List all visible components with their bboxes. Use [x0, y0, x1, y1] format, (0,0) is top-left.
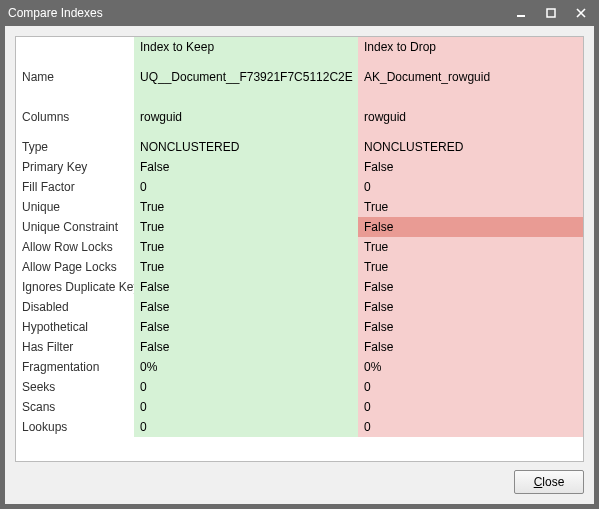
row-label: Disabled: [16, 297, 134, 317]
header-drop: Index to Drop: [358, 37, 583, 57]
row-label: Ignores Duplicate Keys: [16, 277, 134, 297]
row-keep-value: NONCLUSTERED: [134, 137, 358, 157]
row-drop-value: False: [358, 317, 583, 337]
row-drop-value: True: [358, 237, 583, 257]
svg-rect-0: [517, 15, 525, 17]
close-button-rest: lose: [542, 475, 564, 489]
header-row: Index to KeepIndex to Drop: [16, 37, 583, 57]
row-drop-value: False: [358, 337, 583, 357]
row-keep-value: False: [134, 157, 358, 177]
row-keep-value: rowguid: [134, 97, 358, 137]
row-keep-value: True: [134, 217, 358, 237]
close-window-button[interactable]: [567, 3, 595, 23]
table-row: NameUQ__Document__F73921F7C5112C2EAK_Doc…: [16, 57, 583, 97]
row-drop-value: True: [358, 257, 583, 277]
row-drop-value: AK_Document_rowguid: [358, 57, 583, 97]
row-keep-value: False: [134, 297, 358, 317]
table-row: Allow Row LocksTrueTrue: [16, 237, 583, 257]
row-keep-value: 0%: [134, 357, 358, 377]
row-label: Fragmentation: [16, 357, 134, 377]
table-row: Has FilterFalseFalse: [16, 337, 583, 357]
row-drop-value: False: [358, 277, 583, 297]
row-drop-value: 0: [358, 397, 583, 417]
table-row: UniqueTrueTrue: [16, 197, 583, 217]
compare-indexes-window: Compare Indexes Index to KeepIndex to Dr…: [0, 0, 599, 509]
row-label: Primary Key: [16, 157, 134, 177]
svg-rect-1: [547, 9, 555, 17]
row-label: Unique: [16, 197, 134, 217]
row-drop-value: True: [358, 197, 583, 217]
dialog-buttons: Close: [15, 462, 584, 494]
table-row: Allow Page LocksTrueTrue: [16, 257, 583, 277]
row-keep-value: True: [134, 237, 358, 257]
row-drop-value: False: [358, 157, 583, 177]
table-row: Fragmentation0%0%: [16, 357, 583, 377]
row-keep-value: True: [134, 197, 358, 217]
row-label: Unique Constraint: [16, 217, 134, 237]
row-drop-value: rowguid: [358, 97, 583, 137]
row-drop-value: 0: [358, 177, 583, 197]
close-icon: [576, 8, 586, 18]
row-keep-value: True: [134, 257, 358, 277]
row-label: Name: [16, 57, 134, 97]
row-label: Fill Factor: [16, 177, 134, 197]
maximize-icon: [546, 8, 556, 18]
row-keep-value: False: [134, 337, 358, 357]
row-label: Hypothetical: [16, 317, 134, 337]
table-row: Unique ConstraintTrueFalse: [16, 217, 583, 237]
row-drop-value: 0: [358, 417, 583, 437]
table-row: Fill Factor00: [16, 177, 583, 197]
row-label: Has Filter: [16, 337, 134, 357]
table-row: Seeks00: [16, 377, 583, 397]
header-keep: Index to Keep: [134, 37, 358, 57]
row-keep-value: 0: [134, 397, 358, 417]
window-title: Compare Indexes: [8, 6, 505, 20]
row-label: Scans: [16, 397, 134, 417]
close-button[interactable]: Close: [514, 470, 584, 494]
row-keep-value: 0: [134, 377, 358, 397]
row-keep-value: False: [134, 277, 358, 297]
maximize-button[interactable]: [537, 3, 565, 23]
header-blank: [16, 37, 134, 57]
row-drop-value-diff: False: [358, 217, 583, 237]
row-label: Lookups: [16, 417, 134, 437]
compare-grid-frame: Index to KeepIndex to DropNameUQ__Docume…: [15, 36, 584, 462]
table-row: Primary KeyFalseFalse: [16, 157, 583, 177]
titlebar: Compare Indexes: [0, 0, 599, 26]
row-label: Seeks: [16, 377, 134, 397]
table-row: Columnsrowguidrowguid: [16, 97, 583, 137]
minimize-icon: [516, 8, 526, 18]
table-row: Ignores Duplicate KeysFalseFalse: [16, 277, 583, 297]
minimize-button[interactable]: [507, 3, 535, 23]
table-row: DisabledFalseFalse: [16, 297, 583, 317]
client-area: Index to KeepIndex to DropNameUQ__Docume…: [5, 26, 594, 504]
row-drop-value: 0: [358, 377, 583, 397]
table-row: HypotheticalFalseFalse: [16, 317, 583, 337]
row-label: Allow Row Locks: [16, 237, 134, 257]
row-drop-value: 0%: [358, 357, 583, 377]
row-drop-value: NONCLUSTERED: [358, 137, 583, 157]
row-label: Columns: [16, 97, 134, 137]
row-label: Allow Page Locks: [16, 257, 134, 277]
table-row: Lookups00: [16, 417, 583, 437]
row-keep-value: 0: [134, 177, 358, 197]
row-keep-value: False: [134, 317, 358, 337]
compare-grid: Index to KeepIndex to DropNameUQ__Docume…: [16, 37, 583, 437]
row-drop-value: False: [358, 297, 583, 317]
table-row: TypeNONCLUSTEREDNONCLUSTERED: [16, 137, 583, 157]
row-keep-value: 0: [134, 417, 358, 437]
row-keep-value: UQ__Document__F73921F7C5112C2E: [134, 57, 358, 97]
table-row: Scans00: [16, 397, 583, 417]
row-label: Type: [16, 137, 134, 157]
